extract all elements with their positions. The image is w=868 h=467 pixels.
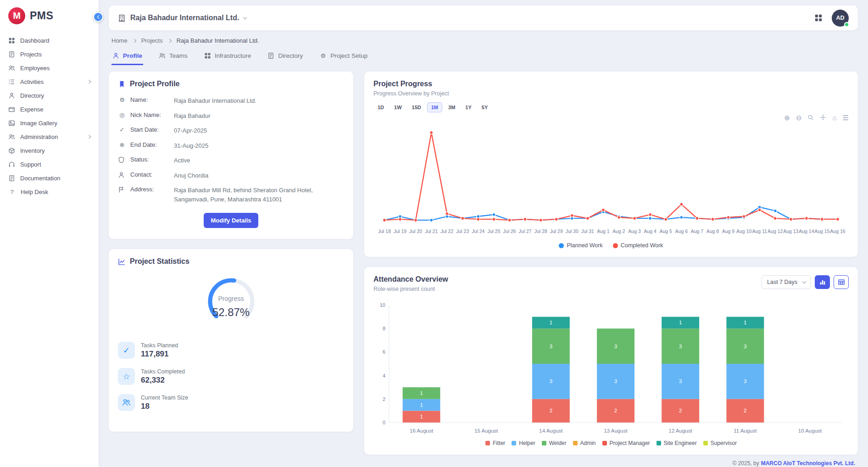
tab-profile[interactable]: Profile (111, 50, 143, 65)
range-1y-button[interactable]: 1Y (461, 102, 475, 112)
zoom-out-icon[interactable]: ⊖ (796, 114, 802, 121)
tab-project-setup[interactable]: ⚙Project Setup (318, 50, 368, 65)
reset-zoom-home-icon[interactable]: ⌂ (832, 114, 836, 121)
sidebar-item-administration[interactable]: Administration (0, 130, 99, 144)
chevron-right-icon (87, 135, 91, 139)
sidebar-item-expense[interactable]: Expense (0, 102, 99, 116)
person-icon (118, 171, 126, 178)
company-selector[interactable]: Raja Bahadur International Ltd. (118, 14, 246, 22)
range-5y-button[interactable]: 5Y (478, 102, 492, 112)
legend-item[interactable]: Fitter (485, 440, 505, 446)
gear-icon: ⚙ (118, 96, 126, 103)
sidebar-item-label: Activities (20, 78, 44, 85)
legend-item[interactable]: Project Manager (602, 440, 650, 446)
svg-text:3: 3 (550, 344, 552, 349)
sidebar-collapse-button[interactable] (93, 12, 103, 22)
field-contact: Contact:Anuj Chordia (118, 171, 344, 180)
svg-text:10 August: 10 August (798, 428, 822, 434)
selection-zoom-icon[interactable] (807, 114, 814, 121)
flag-icon (118, 186, 126, 193)
svg-text:Aug 14: Aug 14 (799, 228, 814, 234)
range-1w-button[interactable]: 1W (390, 102, 406, 112)
svg-text:Aug 4: Aug 4 (644, 228, 657, 234)
legend-item[interactable]: Completed Work (613, 242, 663, 249)
sidebar-item-label: Employees (20, 65, 50, 72)
field-status: Status:Active (118, 156, 344, 165)
svg-text:3: 3 (550, 378, 552, 384)
legend-item[interactable]: Site Engineer (657, 440, 697, 446)
sidebar-item-image-gallery[interactable]: Image Gallery (0, 116, 99, 130)
range-3m-button[interactable]: 3M (444, 102, 459, 112)
svg-text:Aug 13: Aug 13 (783, 228, 798, 234)
zoom-in-icon[interactable]: ⊕ (784, 114, 790, 121)
tab-infrastructure[interactable]: Infrastructure (203, 50, 252, 65)
projects-icon (8, 51, 15, 58)
svg-text:3: 3 (614, 344, 617, 349)
breadcrumb-projects[interactable]: Projects (141, 37, 163, 44)
top-header: Raja Bahadur International Ltd. AD (109, 6, 858, 30)
svg-text:Aug 6: Aug 6 (675, 228, 688, 234)
sidebar-item-inventory[interactable]: Inventory (0, 144, 99, 157)
legend-item[interactable]: Admin (573, 440, 596, 446)
card-title: Project Statistics (130, 257, 189, 266)
star-icon: ☆ (118, 368, 135, 385)
svg-text:Jul 20: Jul 20 (409, 228, 422, 234)
sidebar-item-help-desk[interactable]: ?Help Desk (0, 185, 99, 199)
svg-text:Jul 24: Jul 24 (472, 228, 484, 234)
breadcrumb-home[interactable]: Home (111, 37, 128, 44)
tab-teams[interactable]: Teams (158, 50, 189, 65)
chart-menu-icon[interactable]: ☰ (843, 114, 849, 121)
logo-m-icon: M (8, 7, 25, 24)
tab-directory[interactable]: Directory (267, 50, 304, 65)
sidebar-item-dashboard[interactable]: Dashboard (0, 33, 99, 47)
person-icon (112, 52, 119, 59)
bar-chart-icon (819, 278, 826, 286)
grid-icon (204, 52, 211, 59)
svg-text:Aug 8: Aug 8 (707, 228, 719, 234)
svg-text:2: 2 (679, 408, 682, 413)
sidebar-item-support[interactable]: Support (0, 157, 99, 171)
project-progress-plot[interactable]: Jul 18Jul 19Jul 20Jul 21Jul 22Jul 23Jul … (373, 122, 849, 240)
apps-grid-icon[interactable] (814, 14, 823, 22)
svg-text:2: 2 (614, 408, 617, 413)
user-avatar[interactable]: AD (832, 10, 849, 27)
stat-tasks-completed: ☆Tasks Completed62,332 (118, 368, 344, 385)
sidebar-item-label: Image Gallery (20, 120, 57, 127)
svg-text:0: 0 (383, 420, 385, 425)
legend-item[interactable]: Supervisor (703, 440, 737, 446)
app-logo[interactable]: M PMS (0, 0, 99, 30)
range-1m-button[interactable]: 1M (427, 102, 442, 112)
range-15d-button[interactable]: 15D (408, 102, 425, 112)
box-icon (8, 147, 15, 154)
attendance-table-view-button[interactable] (834, 275, 849, 289)
copyright-text: © 2025, by (732, 460, 759, 467)
legend-item[interactable]: Planned Work (559, 242, 602, 249)
panning-icon[interactable] (820, 114, 826, 121)
sidebar-nav: Dashboard Projects Employees Activities … (0, 33, 99, 199)
sidebar-item-employees[interactable]: Employees (0, 61, 99, 75)
sidebar: M PMS Dashboard Projects Employees Activ… (0, 0, 99, 467)
sidebar-item-projects[interactable]: Projects (0, 47, 99, 61)
sidebar-item-label: Inventory (20, 147, 45, 154)
card-title: Project Profile (130, 80, 179, 88)
main-area: Raja Bahadur International Ltd. AD Home … (99, 0, 868, 467)
sidebar-item-directory[interactable]: Directory (0, 89, 99, 102)
chevron-right-icon (87, 80, 91, 83)
footer-link[interactable]: MARCO AIoT Technologies Pvt. Ltd. (761, 460, 855, 467)
attendance-plot[interactable]: 024681011116 August15 August233114 Augus… (373, 299, 849, 438)
modify-details-button[interactable]: Modify Details (204, 213, 258, 228)
project-progress-legend: Planned WorkCompleted Work (373, 242, 849, 249)
chart-toolbar: ⊕ ⊖ ⌂ ☰ (373, 113, 849, 122)
svg-text:13 August: 13 August (604, 428, 628, 434)
attendance-bar-view-button[interactable] (815, 275, 830, 289)
app-logo-text: PMS (30, 10, 53, 22)
legend-item[interactable]: Welder (542, 440, 567, 446)
sidebar-item-activities[interactable]: Activities (0, 75, 99, 89)
range-1d-button[interactable]: 1D (373, 102, 388, 112)
attendance-range-select[interactable]: Last 7 Days (762, 275, 811, 289)
gear-icon: ⚙ (319, 53, 327, 59)
svg-text:3: 3 (679, 344, 682, 349)
svg-text:3: 3 (744, 378, 746, 384)
legend-item[interactable]: Helper (512, 440, 535, 446)
sidebar-item-documentation[interactable]: Documentation (0, 171, 99, 185)
